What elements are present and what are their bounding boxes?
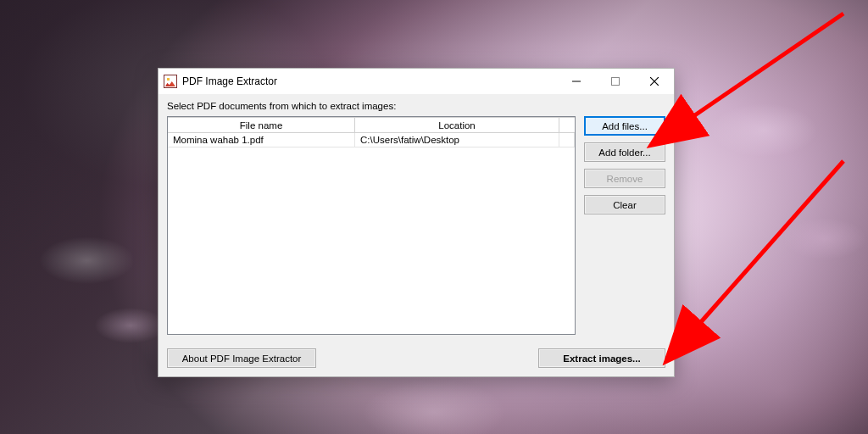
add-folder-button[interactable]: Add folder... — [584, 142, 665, 162]
svg-line-4 — [685, 14, 843, 122]
cell-filename: Momina wahab 1.pdf — [168, 133, 355, 147]
app-icon — [164, 75, 177, 88]
app-window: PDF Image Extractor Select PDF documents… — [158, 68, 675, 377]
minimize-button[interactable] — [557, 69, 596, 94]
desktop-background: PDF Image Extractor Select PDF documents… — [0, 0, 868, 434]
table-row[interactable]: Momina wahab 1.pdf C:\Users\fatiw\Deskto… — [168, 133, 575, 147]
instruction-label: Select PDF documents from which to extra… — [167, 101, 665, 111]
svg-line-5 — [693, 161, 843, 331]
cell-location: C:\Users\fatiw\Desktop — [355, 133, 559, 147]
window-title: PDF Image Extractor — [182, 75, 557, 87]
annotation-arrow-top — [670, 14, 856, 143]
add-files-button[interactable]: Add files... — [584, 116, 665, 136]
extract-images-button[interactable]: Extract images... — [538, 348, 665, 368]
clear-button[interactable]: Clear — [584, 195, 665, 214]
svg-rect-1 — [612, 78, 620, 86]
about-button[interactable]: About PDF Image Extractor — [167, 348, 316, 368]
annotation-arrow-bottom — [678, 161, 865, 350]
remove-button: Remove — [584, 169, 665, 188]
column-header-location[interactable]: Location — [355, 118, 559, 133]
maximize-button[interactable] — [596, 69, 635, 94]
column-header-filename[interactable]: File name — [168, 118, 355, 133]
file-list[interactable]: File name Location Momina wahab 1.pdf C:… — [167, 116, 576, 335]
column-header-spacer — [559, 118, 575, 133]
title-bar[interactable]: PDF Image Extractor — [159, 69, 674, 94]
close-button[interactable] — [635, 69, 674, 94]
